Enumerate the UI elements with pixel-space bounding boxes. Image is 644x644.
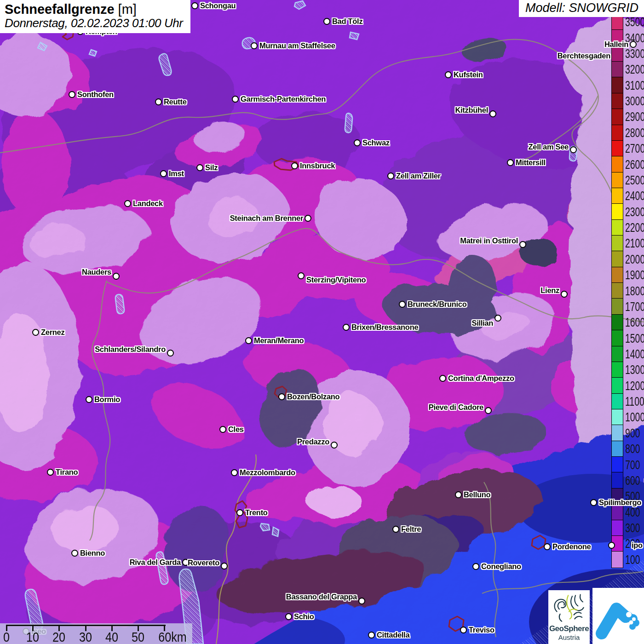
colorbar-tick-label: 800 bbox=[625, 442, 640, 456]
map-datetime: Donnerstag, 02.02.2023 01:00 Uhr bbox=[5, 17, 183, 30]
colorbar-cell bbox=[612, 536, 623, 552]
colorbar-cell bbox=[612, 299, 623, 314]
colorbar-cell bbox=[612, 220, 623, 236]
scalebar-label: 0 bbox=[3, 629, 10, 644]
colorbar-tick-label: 1800 bbox=[625, 284, 644, 298]
map-unit: [m] bbox=[118, 2, 137, 17]
colorbar-tick-label: 2500 bbox=[625, 173, 644, 187]
scalebar-label: 60km bbox=[158, 629, 187, 644]
colorbar-cell bbox=[612, 362, 623, 378]
colorbar-tick-label: 2700 bbox=[625, 142, 644, 155]
lake-reschensee bbox=[115, 294, 124, 314]
colorbar-tick-label: 700 bbox=[625, 458, 640, 472]
colorbar-cell bbox=[612, 188, 623, 204]
geosphere-logo: GeoSphere Austria bbox=[548, 590, 590, 644]
colorbar-cell bbox=[612, 156, 623, 172]
colorbar-cells bbox=[611, 14, 623, 568]
colorbar-cell bbox=[612, 46, 623, 62]
map-title-line: Schneefallgrenze [m] bbox=[5, 2, 183, 17]
colorbar-cell bbox=[612, 93, 623, 109]
mountain-icon bbox=[595, 592, 641, 640]
colorbar-tick-label: 1600 bbox=[625, 316, 644, 329]
colorbar-cell bbox=[612, 62, 623, 77]
hillshade-overlay bbox=[0, 0, 644, 644]
colorbar-cell bbox=[612, 394, 623, 409]
colorbar-tick-label: 1500 bbox=[625, 332, 644, 345]
colorbar-cell bbox=[612, 283, 623, 299]
colorbar-tick-label: 300 bbox=[625, 521, 640, 535]
colorbar-cell bbox=[612, 267, 623, 283]
colorbar-cell bbox=[612, 251, 623, 267]
scalebar-label: 50 bbox=[132, 629, 144, 644]
colorbar-cell bbox=[612, 330, 623, 346]
geosphere-logo-subtext: Austria bbox=[548, 633, 590, 641]
mountain-logo bbox=[592, 588, 644, 644]
weather-map-stage: 3500340033003200310030002900280027002600… bbox=[0, 0, 644, 644]
geosphere-swirl-icon bbox=[549, 590, 589, 623]
colorbar-tick-label: 900 bbox=[625, 426, 640, 440]
colorbar-tick-label: 200 bbox=[625, 537, 640, 551]
colorbar-tick-label: 2800 bbox=[625, 126, 644, 140]
lake-small-2 bbox=[89, 50, 97, 56]
colorbar-cell bbox=[612, 77, 623, 93]
colorbar-cell bbox=[612, 520, 623, 536]
colorbar-tick-label: 1900 bbox=[625, 268, 644, 282]
scalebar-label: 30 bbox=[79, 629, 92, 644]
colorbar-tick-label: 3500 bbox=[625, 15, 644, 29]
colorbar-cell bbox=[612, 425, 623, 441]
lake-staffelsee bbox=[242, 38, 255, 49]
colorbar-tick-label: 2600 bbox=[625, 158, 644, 172]
colorbar-cell bbox=[612, 141, 623, 156]
colorbar-tick-label: 3000 bbox=[625, 94, 644, 108]
colorbar-tick-label: 3300 bbox=[625, 47, 644, 61]
colorbar-cell bbox=[612, 30, 623, 46]
scale-bar: 0102030405060km bbox=[0, 623, 192, 644]
colorbar-tick-label: 1100 bbox=[625, 395, 644, 408]
colorbar-tick-label: 400 bbox=[625, 506, 640, 519]
colorbar-cell bbox=[612, 236, 623, 251]
colorbar-tick-label: 2400 bbox=[625, 189, 644, 203]
colorbar-tick-label: 3100 bbox=[625, 79, 644, 92]
colorbar-tick-label: 1000 bbox=[625, 410, 644, 424]
scalebar-label: 20 bbox=[52, 629, 65, 644]
colorbar-cell bbox=[612, 472, 623, 488]
colorbar-tick-label: 600 bbox=[625, 474, 640, 488]
colorbar-tick-label: 2300 bbox=[625, 205, 644, 219]
geosphere-logo-text: GeoSphere bbox=[548, 624, 590, 633]
colorbar-tick-label: 1300 bbox=[625, 363, 644, 377]
colorbar-cell bbox=[612, 378, 623, 393]
colorbar-tick-label: 2900 bbox=[625, 110, 644, 124]
scalebar-label: 40 bbox=[105, 629, 118, 644]
colorbar-cell bbox=[612, 125, 623, 141]
colorbar-cell bbox=[612, 109, 623, 125]
colorbar-tick-label: 1400 bbox=[625, 347, 644, 361]
colorbar-cell bbox=[612, 489, 623, 504]
colorbar-tick-label: 3200 bbox=[625, 63, 644, 76]
colorbar-tick-label: 100 bbox=[625, 553, 640, 567]
colorbar-tick-label: 500 bbox=[625, 489, 640, 503]
colorbar-tick-label: 1200 bbox=[625, 379, 644, 393]
colorbar-cell bbox=[612, 172, 623, 188]
colorbar-cell bbox=[612, 457, 623, 472]
map-title: Schneefallgrenze bbox=[5, 2, 115, 17]
map-canvas bbox=[0, 0, 644, 644]
colorbar-cell bbox=[612, 346, 623, 362]
lake-achensee bbox=[345, 113, 352, 132]
colorbar-cell bbox=[612, 315, 623, 330]
scalebar-label: 10 bbox=[26, 629, 39, 644]
model-label: Modell: SNOWGRID bbox=[519, 0, 644, 17]
title-box: Schneefallgrenze [m] Donnerstag, 02.02.2… bbox=[0, 0, 190, 33]
colorbar-cell bbox=[612, 552, 623, 567]
lake-walchensee bbox=[350, 32, 359, 40]
lake-zellersee bbox=[569, 146, 577, 161]
colorbar-tick-label: 1700 bbox=[625, 300, 644, 314]
colorbar-cell bbox=[612, 204, 623, 219]
colorbar-tick-label: 2200 bbox=[625, 221, 644, 235]
colorbar-tick-label: 2100 bbox=[625, 236, 644, 250]
colorbar-tick-label: 2000 bbox=[625, 253, 644, 266]
colorbar-cell bbox=[612, 409, 623, 425]
colorbar-cell bbox=[612, 504, 623, 520]
colorbar-cell bbox=[612, 441, 623, 457]
colorbar-tick-label: 3400 bbox=[625, 31, 644, 45]
